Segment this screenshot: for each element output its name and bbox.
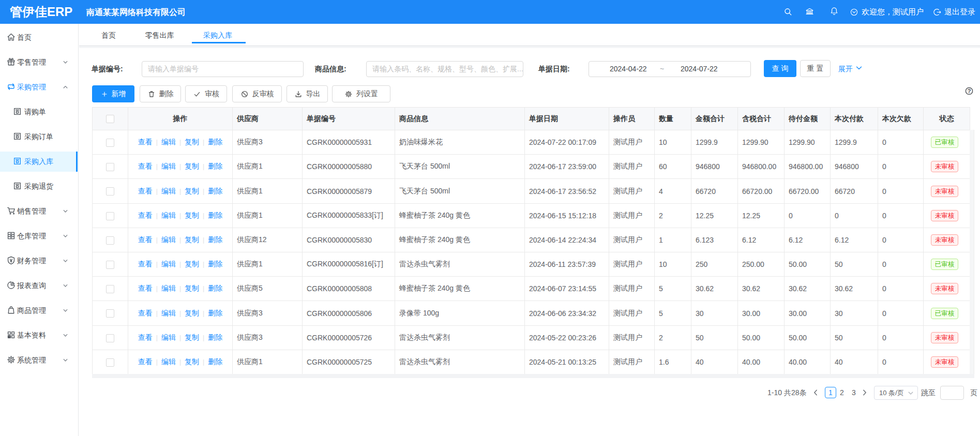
svg-text:?: ? [967, 88, 971, 94]
